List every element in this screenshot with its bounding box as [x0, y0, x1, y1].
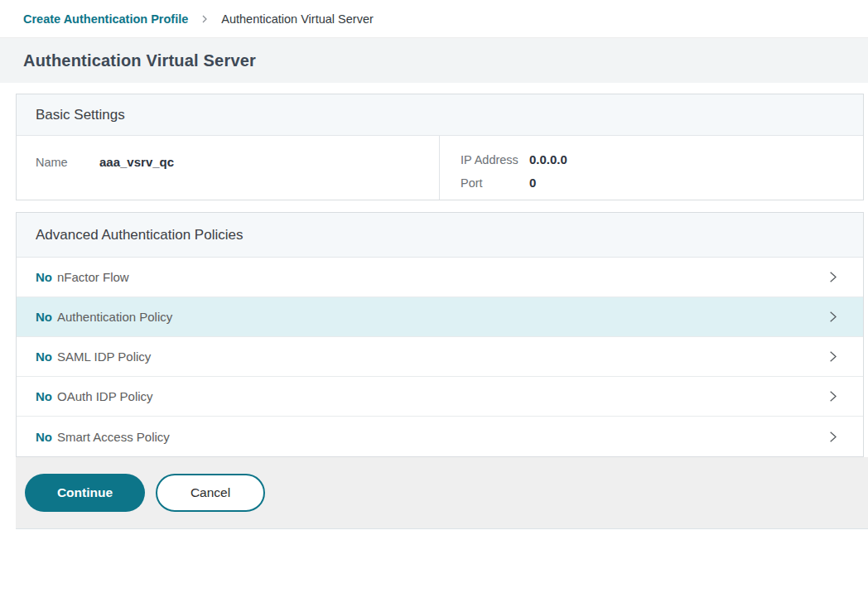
policy-row-oauth-idp-policy[interactable]: No OAuth IDP Policy: [17, 377, 863, 417]
policy-count: No: [36, 270, 52, 284]
policy-count: No: [36, 389, 52, 403]
basic-settings-body: Name aaa_vsrv_qc IP Address 0.0.0.0 Port…: [17, 136, 863, 200]
chevron-right-icon: [826, 270, 840, 284]
basic-settings-name-cell: Name aaa_vsrv_qc: [17, 136, 439, 200]
chevron-right-separator-icon: [200, 14, 210, 24]
ip-address-field: IP Address 0.0.0.0: [461, 148, 863, 171]
ip-address-value: 0.0.0.0: [529, 148, 567, 171]
chevron-right-icon: [826, 350, 840, 364]
policy-count: No: [36, 430, 52, 444]
port-value: 0: [529, 171, 536, 194]
policy-count: No: [36, 350, 52, 364]
breadcrumb-current: Authentication Virtual Server: [221, 12, 374, 26]
advanced-policies-header: Advanced Authentication Policies: [17, 213, 863, 258]
name-value: aaa_vsrv_qc: [99, 151, 174, 173]
policy-count: No: [36, 310, 52, 324]
name-label: Name: [36, 152, 83, 174]
continue-button[interactable]: Continue: [25, 474, 145, 512]
policy-row-authentication-policy[interactable]: No Authentication Policy: [17, 297, 863, 337]
policy-label: nFactor Flow: [57, 270, 129, 284]
port-label: Port: [461, 172, 529, 195]
policy-label: SAML IDP Policy: [57, 350, 151, 364]
breadcrumb: Create Authentication Profile Authentica…: [0, 0, 868, 38]
policy-label: Smart Access Policy: [57, 430, 170, 444]
breadcrumb-link-create-authentication-profile[interactable]: Create Authentication Profile: [23, 12, 188, 26]
policy-label: OAuth IDP Policy: [57, 389, 153, 403]
policy-label: Authentication Policy: [57, 310, 172, 324]
action-strip: Continue Cancel: [16, 457, 868, 529]
ip-address-label: IP Address: [461, 149, 529, 171]
page-title: Authentication Virtual Server: [23, 51, 256, 70]
main-content: Basic Settings Name aaa_vsrv_qc IP Addre…: [0, 83, 868, 457]
policy-row-smart-access-policy[interactable]: No Smart Access Policy: [17, 417, 863, 456]
basic-settings-header: Basic Settings: [17, 94, 863, 136]
port-field: Port 0: [461, 171, 863, 195]
cancel-button[interactable]: Cancel: [156, 474, 265, 512]
basic-settings-panel: Basic Settings Name aaa_vsrv_qc IP Addre…: [16, 94, 864, 200]
policy-row-nfactor-flow[interactable]: No nFactor Flow: [17, 258, 863, 297]
page-title-band: Authentication Virtual Server: [0, 38, 868, 83]
basic-settings-address-cell: IP Address 0.0.0.0 Port 0: [439, 136, 863, 200]
advanced-policies-panel: Advanced Authentication Policies No nFac…: [16, 212, 864, 457]
chevron-right-icon: [826, 389, 840, 403]
policy-row-saml-idp-policy[interactable]: No SAML IDP Policy: [17, 337, 863, 377]
chevron-right-icon: [826, 310, 840, 324]
name-field: Name aaa_vsrv_qc: [36, 151, 439, 174]
chevron-right-icon: [826, 430, 840, 444]
